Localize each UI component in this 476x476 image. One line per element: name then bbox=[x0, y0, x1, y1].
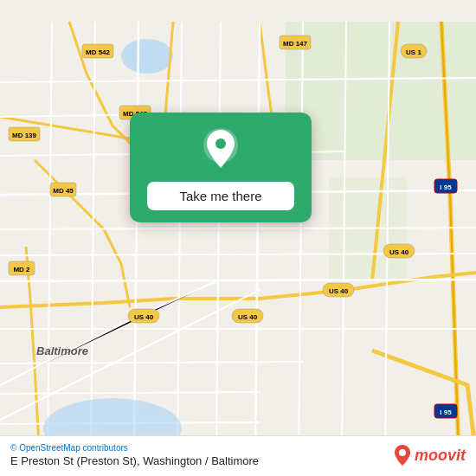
svg-line-14 bbox=[48, 22, 52, 454]
svg-text:MD 147: MD 147 bbox=[283, 40, 308, 48]
svg-text:US 40: US 40 bbox=[389, 248, 409, 256]
svg-line-12 bbox=[0, 392, 260, 394]
svg-text:US 40: US 40 bbox=[329, 287, 349, 295]
svg-point-1 bbox=[121, 39, 173, 74]
svg-text:US 40: US 40 bbox=[238, 313, 258, 321]
svg-text:I 95: I 95 bbox=[440, 408, 452, 416]
bottom-bar: © OpenStreetMap contributors E Preston S… bbox=[0, 435, 476, 476]
svg-point-56 bbox=[399, 449, 406, 456]
attribution-text: © OpenStreetMap contributors bbox=[10, 443, 128, 453]
moovit-brand-name: moovit bbox=[415, 447, 466, 465]
map-svg: MD 542 MD 542 MD 147 US 1 MD 139 MD 1 MD… bbox=[0, 0, 476, 476]
bottom-left-info: © OpenStreetMap contributors E Preston S… bbox=[10, 443, 259, 467]
svg-line-18 bbox=[216, 22, 221, 454]
svg-line-16 bbox=[134, 22, 138, 454]
moovit-pin-icon bbox=[394, 444, 411, 466]
svg-text:MD 45: MD 45 bbox=[53, 187, 74, 195]
svg-text:MD 139: MD 139 bbox=[12, 132, 37, 139]
svg-point-55 bbox=[215, 138, 226, 149]
popup-card: Take me there bbox=[130, 113, 312, 222]
take-me-there-button[interactable]: Take me there bbox=[147, 182, 294, 210]
svg-text:Baltimore: Baltimore bbox=[36, 344, 88, 357]
svg-text:I 95: I 95 bbox=[440, 183, 452, 191]
svg-text:US 1: US 1 bbox=[406, 48, 421, 56]
map-attribution: © OpenStreetMap contributors bbox=[10, 443, 259, 453]
svg-text:US 40: US 40 bbox=[134, 313, 154, 321]
location-pin-icon bbox=[198, 128, 243, 173]
svg-text:MD 542: MD 542 bbox=[86, 48, 111, 56]
moovit-logo: moovit bbox=[394, 444, 466, 466]
location-label: E Preston St (Preston St), Washington / … bbox=[10, 454, 259, 467]
svg-line-19 bbox=[255, 22, 260, 454]
svg-text:MD 2: MD 2 bbox=[13, 266, 30, 273]
svg-rect-2 bbox=[329, 177, 407, 281]
map-container: MD 542 MD 542 MD 147 US 1 MD 139 MD 1 MD… bbox=[0, 0, 476, 476]
svg-line-17 bbox=[177, 22, 182, 454]
